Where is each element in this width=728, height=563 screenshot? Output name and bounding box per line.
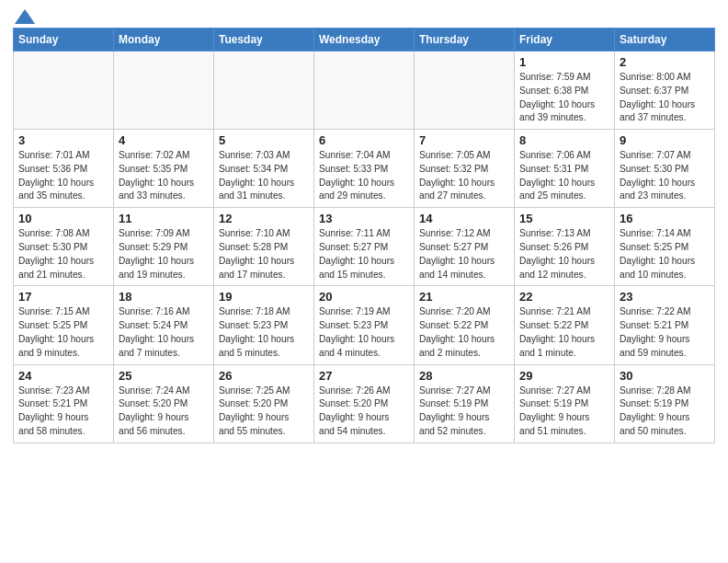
calendar-cell: 17Sunrise: 7:15 AM Sunset: 5:25 PM Dayli… bbox=[14, 286, 114, 364]
day-number: 25 bbox=[119, 369, 209, 383]
day-info: Sunrise: 7:04 AM Sunset: 5:33 PM Dayligh… bbox=[319, 149, 409, 203]
day-info: Sunrise: 7:03 AM Sunset: 5:34 PM Dayligh… bbox=[219, 149, 309, 203]
day-number: 8 bbox=[519, 133, 609, 147]
day-info: Sunrise: 7:16 AM Sunset: 5:24 PM Dayligh… bbox=[119, 305, 209, 360]
day-number: 28 bbox=[419, 369, 509, 383]
calendar-row-2: 3Sunrise: 7:01 AM Sunset: 5:36 PM Daylig… bbox=[14, 130, 715, 208]
calendar-cell: 28Sunrise: 7:27 AM Sunset: 5:19 PM Dayli… bbox=[415, 364, 515, 442]
weekday-header-row: SundayMondayTuesdayWednesdayThursdayFrid… bbox=[14, 29, 715, 52]
calendar-cell: 8Sunrise: 7:06 AM Sunset: 5:31 PM Daylig… bbox=[515, 130, 615, 208]
calendar-cell: 26Sunrise: 7:25 AM Sunset: 5:20 PM Dayli… bbox=[214, 364, 314, 442]
day-number: 12 bbox=[219, 212, 309, 225]
day-info: Sunrise: 7:07 AM Sunset: 5:30 PM Dayligh… bbox=[620, 149, 710, 203]
calendar-cell: 5Sunrise: 7:03 AM Sunset: 5:34 PM Daylig… bbox=[214, 130, 314, 208]
day-number: 4 bbox=[119, 133, 209, 147]
day-info: Sunrise: 8:00 AM Sunset: 6:37 PM Dayligh… bbox=[620, 71, 710, 125]
day-number: 16 bbox=[620, 212, 710, 225]
day-info: Sunrise: 7:14 AM Sunset: 5:25 PM Dayligh… bbox=[620, 227, 710, 282]
day-number: 21 bbox=[419, 290, 509, 304]
day-number: 1 bbox=[519, 55, 609, 69]
day-number: 29 bbox=[519, 369, 609, 383]
calendar-cell: 27Sunrise: 7:26 AM Sunset: 5:20 PM Dayli… bbox=[314, 364, 415, 442]
page-container: SundayMondayTuesdayWednesdayThursdayFrid… bbox=[0, 0, 728, 449]
calendar-cell: 12Sunrise: 7:10 AM Sunset: 5:28 PM Dayli… bbox=[214, 208, 314, 286]
calendar-row-5: 24Sunrise: 7:23 AM Sunset: 5:21 PM Dayli… bbox=[14, 364, 715, 442]
calendar-cell: 3Sunrise: 7:01 AM Sunset: 5:36 PM Daylig… bbox=[14, 130, 114, 208]
calendar-cell: 1Sunrise: 7:59 AM Sunset: 6:38 PM Daylig… bbox=[515, 52, 615, 130]
day-info: Sunrise: 7:27 AM Sunset: 5:19 PM Dayligh… bbox=[519, 385, 609, 439]
calendar-cell bbox=[14, 52, 114, 130]
day-number: 19 bbox=[219, 290, 309, 304]
weekday-header-sunday: Sunday bbox=[14, 29, 114, 52]
calendar-cell: 7Sunrise: 7:05 AM Sunset: 5:32 PM Daylig… bbox=[415, 130, 515, 208]
day-info: Sunrise: 7:18 AM Sunset: 5:23 PM Dayligh… bbox=[219, 305, 309, 360]
day-number: 22 bbox=[519, 290, 609, 304]
day-number: 27 bbox=[319, 369, 409, 383]
day-number: 26 bbox=[219, 369, 309, 383]
day-info: Sunrise: 7:23 AM Sunset: 5:21 PM Dayligh… bbox=[18, 385, 108, 439]
day-number: 20 bbox=[319, 290, 409, 304]
day-info: Sunrise: 7:27 AM Sunset: 5:19 PM Dayligh… bbox=[419, 385, 509, 439]
calendar-cell: 13Sunrise: 7:11 AM Sunset: 5:27 PM Dayli… bbox=[314, 208, 415, 286]
day-info: Sunrise: 7:05 AM Sunset: 5:32 PM Dayligh… bbox=[419, 149, 509, 203]
day-number: 24 bbox=[18, 369, 108, 383]
day-info: Sunrise: 7:26 AM Sunset: 5:20 PM Dayligh… bbox=[319, 385, 409, 439]
day-info: Sunrise: 7:24 AM Sunset: 5:20 PM Dayligh… bbox=[119, 385, 209, 439]
header bbox=[13, 9, 715, 24]
day-number: 11 bbox=[119, 212, 209, 225]
calendar-cell: 23Sunrise: 7:22 AM Sunset: 5:21 PM Dayli… bbox=[615, 286, 715, 364]
calendar-cell: 14Sunrise: 7:12 AM Sunset: 5:27 PM Dayli… bbox=[415, 208, 515, 286]
day-number: 3 bbox=[18, 133, 108, 147]
weekday-header-monday: Monday bbox=[114, 29, 214, 52]
logo bbox=[13, 9, 35, 24]
day-number: 9 bbox=[620, 133, 710, 147]
logo-icon bbox=[15, 9, 35, 24]
weekday-header-thursday: Thursday bbox=[415, 29, 515, 52]
calendar-cell: 21Sunrise: 7:20 AM Sunset: 5:22 PM Dayli… bbox=[415, 286, 515, 364]
calendar-cell bbox=[314, 52, 415, 130]
day-number: 13 bbox=[319, 212, 409, 225]
day-info: Sunrise: 7:13 AM Sunset: 5:26 PM Dayligh… bbox=[519, 227, 609, 282]
calendar-cell: 4Sunrise: 7:02 AM Sunset: 5:35 PM Daylig… bbox=[114, 130, 214, 208]
day-number: 15 bbox=[519, 212, 609, 225]
calendar-cell bbox=[114, 52, 214, 130]
day-info: Sunrise: 7:10 AM Sunset: 5:28 PM Dayligh… bbox=[219, 227, 309, 282]
day-info: Sunrise: 7:12 AM Sunset: 5:27 PM Dayligh… bbox=[419, 227, 509, 282]
day-number: 14 bbox=[419, 212, 509, 225]
calendar-cell: 30Sunrise: 7:28 AM Sunset: 5:19 PM Dayli… bbox=[615, 364, 715, 442]
calendar-cell: 16Sunrise: 7:14 AM Sunset: 5:25 PM Dayli… bbox=[615, 208, 715, 286]
calendar-cell: 29Sunrise: 7:27 AM Sunset: 5:19 PM Dayli… bbox=[515, 364, 615, 442]
calendar-cell: 10Sunrise: 7:08 AM Sunset: 5:30 PM Dayli… bbox=[14, 208, 114, 286]
day-info: Sunrise: 7:15 AM Sunset: 5:25 PM Dayligh… bbox=[18, 305, 108, 360]
day-number: 7 bbox=[419, 133, 509, 147]
day-number: 23 bbox=[620, 290, 710, 304]
day-info: Sunrise: 7:09 AM Sunset: 5:29 PM Dayligh… bbox=[119, 227, 209, 282]
calendar-row-4: 17Sunrise: 7:15 AM Sunset: 5:25 PM Dayli… bbox=[14, 286, 715, 364]
day-info: Sunrise: 7:02 AM Sunset: 5:35 PM Dayligh… bbox=[119, 149, 209, 203]
day-number: 30 bbox=[620, 369, 710, 383]
day-info: Sunrise: 7:21 AM Sunset: 5:22 PM Dayligh… bbox=[519, 305, 609, 360]
calendar-cell: 19Sunrise: 7:18 AM Sunset: 5:23 PM Dayli… bbox=[214, 286, 314, 364]
day-number: 2 bbox=[620, 55, 710, 69]
calendar-cell bbox=[214, 52, 314, 130]
calendar-row-1: 1Sunrise: 7:59 AM Sunset: 6:38 PM Daylig… bbox=[14, 52, 715, 130]
calendar-cell: 24Sunrise: 7:23 AM Sunset: 5:21 PM Dayli… bbox=[14, 364, 114, 442]
calendar-cell bbox=[415, 52, 515, 130]
calendar-cell: 15Sunrise: 7:13 AM Sunset: 5:26 PM Dayli… bbox=[515, 208, 615, 286]
day-info: Sunrise: 7:28 AM Sunset: 5:19 PM Dayligh… bbox=[620, 385, 710, 439]
day-number: 10 bbox=[18, 212, 108, 225]
day-number: 18 bbox=[119, 290, 209, 304]
day-info: Sunrise: 7:19 AM Sunset: 5:23 PM Dayligh… bbox=[319, 305, 409, 360]
day-info: Sunrise: 7:06 AM Sunset: 5:31 PM Dayligh… bbox=[519, 149, 609, 203]
day-number: 5 bbox=[219, 133, 309, 147]
calendar-cell: 18Sunrise: 7:16 AM Sunset: 5:24 PM Dayli… bbox=[114, 286, 214, 364]
day-info: Sunrise: 7:11 AM Sunset: 5:27 PM Dayligh… bbox=[319, 227, 409, 282]
weekday-header-saturday: Saturday bbox=[615, 29, 715, 52]
day-info: Sunrise: 7:08 AM Sunset: 5:30 PM Dayligh… bbox=[18, 227, 108, 282]
day-info: Sunrise: 7:20 AM Sunset: 5:22 PM Dayligh… bbox=[419, 305, 509, 360]
day-info: Sunrise: 7:01 AM Sunset: 5:36 PM Dayligh… bbox=[18, 149, 108, 203]
day-info: Sunrise: 7:59 AM Sunset: 6:38 PM Dayligh… bbox=[519, 71, 609, 125]
calendar-cell: 20Sunrise: 7:19 AM Sunset: 5:23 PM Dayli… bbox=[314, 286, 415, 364]
weekday-header-tuesday: Tuesday bbox=[214, 29, 314, 52]
day-info: Sunrise: 7:25 AM Sunset: 5:20 PM Dayligh… bbox=[219, 385, 309, 439]
